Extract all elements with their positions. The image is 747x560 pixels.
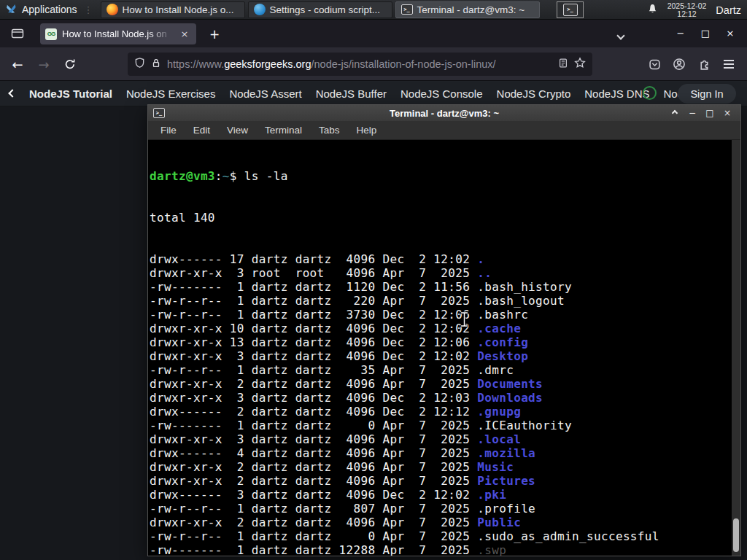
pocket-icon[interactable]: [642, 52, 667, 76]
terminal-output-line: -rw-r--r-- 1 dartz dartz 3730 Dec 2 12:0…: [150, 308, 730, 322]
terminal-output-line: drwxr-xr-x 10 dartz dartz 4096 Dec 2 12:…: [150, 322, 730, 335]
close-button[interactable]: ×: [718, 23, 743, 43]
minimize-button[interactable]: −: [684, 105, 701, 121]
terminal-window-controls: − □ ×: [666, 105, 736, 121]
desktop: Applications ⋮ How to Install Node.js o.…: [0, 0, 747, 560]
browser-tab[interactable]: GG How to Install Node.js on ×: [40, 23, 196, 44]
terminal-output-line: drwxr-xr-x 2 dartz dartz 4096 Apr 7 2025…: [150, 474, 730, 488]
reload-button[interactable]: [58, 52, 82, 76]
menu-icon[interactable]: [716, 52, 741, 76]
extensions-icon[interactable]: [692, 52, 716, 76]
panel-grip: ⋮: [84, 4, 93, 15]
lock-icon[interactable]: [151, 58, 161, 71]
shield-icon[interactable]: [134, 57, 145, 71]
taskbar: How to Install Node.js o... Settings - c…: [99, 0, 541, 19]
list-all-tabs-icon[interactable]: [618, 28, 624, 42]
scrollbar-thumb[interactable]: [733, 518, 739, 552]
terminal-output-line: drwxr-xr-x 2 dartz dartz 4096 Apr 7 2025…: [150, 516, 730, 529]
terminal-scrollbar[interactable]: [732, 140, 740, 556]
bookmark-star-icon[interactable]: [574, 57, 586, 71]
menu-tabs[interactable]: Tabs: [319, 125, 340, 136]
prompt-cwd: ~: [222, 169, 230, 183]
firefox-view-icon[interactable]: [7, 25, 28, 42]
file-meta: drwxr-xr-x 2 dartz dartz 4096 Apr 7 2025: [150, 460, 477, 474]
file-name: .bash_logout: [477, 294, 565, 308]
account-icon[interactable]: [667, 52, 692, 76]
file-meta: drwxr-xr-x 2 dartz dartz 4096 Apr 7 2025: [150, 474, 477, 488]
nav-scroll-left-icon[interactable]: [8, 89, 16, 97]
nav-link-nodejs-tutorial[interactable]: NodeJS Tutorial: [29, 88, 112, 100]
terminal-total-line: total 140: [150, 211, 730, 225]
notification-bell-icon[interactable]: [647, 3, 658, 18]
file-meta: drwx------ 3 dartz dartz 4096 Dec 2 12:0…: [150, 488, 477, 502]
terminal-body[interactable]: dartz@vm3:~$ ls -la total 140 drwx------…: [148, 140, 740, 556]
terminal-titlebar[interactable]: Terminal - dartz@vm3: ~ >_ − □ ×: [148, 105, 740, 121]
toolbar-right-icons: [642, 52, 741, 76]
panel-tray: 2025-12-02 12:12 Dartz: [647, 0, 747, 20]
terminal-output-line: drwx------ 2 dartz dartz 4096 Dec 2 12:1…: [150, 405, 730, 419]
menu-view[interactable]: View: [227, 125, 248, 136]
terminal-output-line: -rw-r--r-- 1 dartz dartz 35 Apr 7 2025 .…: [150, 363, 730, 377]
nav-link-nodejs-dns[interactable]: NodeJS DNS: [584, 88, 649, 100]
taskbar-button-codium[interactable]: Settings - codium script...: [248, 1, 392, 18]
applications-menu[interactable]: Applications ⋮: [0, 0, 98, 19]
file-meta: drwxr-xr-x 3 dartz dartz 4096 Apr 7 2025: [150, 432, 477, 446]
terminal-output-line: drwx------ 3 dartz dartz 4096 Dec 2 12:0…: [150, 488, 730, 502]
nav-link-nodejs-crypto[interactable]: NodeJS Crypto: [497, 88, 571, 100]
file-name: .mozilla: [477, 446, 535, 460]
menu-help[interactable]: Help: [357, 125, 377, 136]
file-name: .dmrc: [477, 363, 514, 377]
menu-file[interactable]: File: [160, 125, 177, 136]
file-name: .gnupg: [477, 405, 521, 419]
clock-date: 2025-12-02: [667, 2, 707, 10]
file-name: .pki: [477, 488, 506, 502]
shade-button[interactable]: [666, 105, 684, 121]
reader-mode-icon[interactable]: [558, 58, 568, 71]
url-path: /node-js/installation-of-node-js-on-linu…: [311, 58, 495, 70]
menu-edit[interactable]: Edit: [193, 125, 210, 136]
url-bar[interactable]: https://www.geeksforgeeks.org/node-js/in…: [128, 52, 592, 76]
prompt-user-host: dartz@vm3: [150, 169, 215, 183]
file-name: Public: [477, 516, 521, 529]
file-name: Pictures: [477, 474, 535, 488]
terminal-output-line: drwxr-xr-x 3 dartz dartz 4096 Dec 2 12:0…: [150, 391, 730, 405]
menu-terminal[interactable]: Terminal: [265, 125, 302, 136]
back-button[interactable]: ←: [6, 52, 29, 76]
prompt-command: $ ls -la: [230, 169, 288, 183]
url-text: https://www.geeksforgeeks.org/node-js/in…: [167, 58, 496, 70]
tab-close-icon[interactable]: ×: [178, 28, 191, 41]
file-name: .bashrc: [477, 308, 528, 322]
user-menu[interactable]: Dartz: [716, 4, 741, 16]
applications-label: Applications: [22, 4, 77, 15]
file-meta: drwx------ 4 dartz dartz 4096 Apr 7 2025: [150, 446, 477, 460]
terminal-prompt-line: dartz@vm3:~$ ls -la: [150, 169, 730, 183]
file-meta: drwx------ 17 dartz dartz 4096 Dec 2 12:…: [150, 252, 477, 266]
sign-in-button[interactable]: Sign In: [678, 84, 736, 104]
forward-button[interactable]: →: [32, 52, 55, 76]
nav-link-nodejs-exercises[interactable]: NodeJS Exercises: [126, 88, 216, 100]
search-icon[interactable]: [643, 86, 657, 100]
taskbar-button-terminal[interactable]: >_ Terminal - dartz@vm3: ~: [395, 1, 540, 18]
nav-link-nodejs-console[interactable]: NodeJS Console: [400, 88, 483, 100]
clock-time: 12:12: [667, 10, 707, 18]
nav-link-nodejs-buffer[interactable]: NodeJS Buffer: [316, 88, 387, 100]
maximize-button[interactable]: □: [693, 23, 718, 43]
file-name: .config: [477, 335, 528, 349]
close-button[interactable]: ×: [719, 105, 736, 121]
file-meta: -rw-r--r-- 1 dartz dartz 35 Apr 7 2025: [150, 363, 477, 377]
terminal-icon: >_: [563, 4, 578, 16]
terminal-output-line: drwxr-xr-x 3 dartz dartz 4096 Apr 7 2025…: [150, 432, 730, 446]
taskbar-button-firefox[interactable]: How to Install Node.js o...: [101, 1, 245, 18]
workspace-switcher[interactable]: >_: [557, 1, 584, 18]
maximize-button[interactable]: □: [701, 105, 719, 121]
file-name: .local: [477, 432, 521, 446]
file-name: .swp: [477, 543, 506, 556]
file-name: Downloads: [477, 391, 543, 405]
minimize-button[interactable]: −: [668, 23, 693, 43]
new-tab-button[interactable]: +: [205, 25, 224, 44]
file-meta: drwxr-xr-x 2 dartz dartz 4096 Apr 7 2025: [150, 516, 477, 529]
panel-clock[interactable]: 2025-12-02 12:12: [667, 2, 707, 18]
file-name: Desktop: [477, 349, 528, 363]
terminal-output-line: -rw------- 1 dartz dartz 1120 Dec 2 11:5…: [150, 280, 730, 294]
nav-link-nodejs-assert[interactable]: NodeJS Assert: [229, 88, 301, 100]
